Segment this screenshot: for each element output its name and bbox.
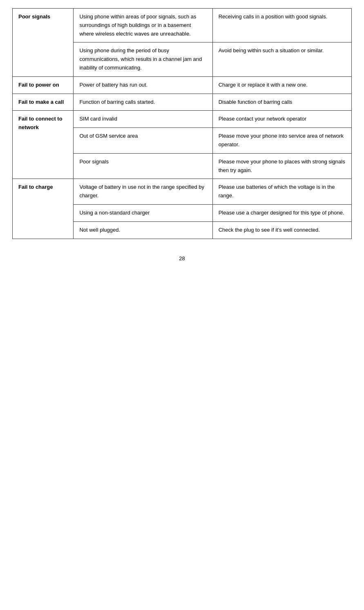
cause-cell: Function of barring calls started.: [74, 94, 212, 111]
table-row: Poor signals Using phone within areas of…: [13, 9, 352, 42]
table-row: Fail to connect to network SIM card inva…: [13, 111, 352, 128]
table-row: Fail to power on Power of battery has ru…: [13, 76, 352, 94]
table-row: Fail to make a call Function of barring …: [13, 94, 352, 111]
cause-cell: Using phone within areas of poor signals…: [74, 9, 212, 42]
cause-cell: Voltage of battery in use not in the ran…: [74, 179, 212, 205]
solution-cell: Charge it or replace it with a new one.: [212, 76, 351, 94]
problem-cell: Fail to make a call: [13, 94, 74, 111]
page-number: 28: [179, 255, 185, 261]
problem-cell: Fail to power on: [13, 76, 74, 94]
solution-cell: Please move your phone into service area…: [212, 128, 351, 154]
cause-cell: Using a non-standard charger: [74, 204, 212, 221]
cause-cell: Not well plugged.: [74, 221, 212, 239]
solution-cell: Avoid being within such a situation or s…: [212, 42, 351, 76]
problem-cell: Poor signals: [13, 9, 74, 77]
solution-cell: Please move your phone to places with st…: [212, 153, 351, 179]
cause-cell: Poor signals: [74, 153, 212, 179]
problem-cell: Fail to charge: [13, 179, 74, 239]
solution-cell: Check the plug to see if it's well conne…: [212, 221, 351, 239]
solution-cell: Receiving calls in a position with good …: [212, 9, 351, 42]
problem-cell: Fail to connect to network: [13, 111, 74, 179]
troubleshooting-table: Poor signals Using phone within areas of…: [12, 8, 352, 239]
solution-cell: Please use batteries of which the voltag…: [212, 179, 351, 205]
cause-cell: Power of battery has run out.: [74, 76, 212, 94]
cause-cell: Out of GSM service area: [74, 128, 212, 154]
solution-cell: Disable function of barring calls: [212, 94, 351, 111]
cause-cell: Using phone during the period of busy co…: [74, 42, 212, 76]
table-row: Fail to charge Voltage of battery in use…: [13, 179, 352, 205]
cause-cell: SIM card invalid: [74, 111, 212, 128]
solution-cell: Please use a charger designed for this t…: [212, 204, 351, 221]
solution-cell: Please contact your network operator: [212, 111, 351, 128]
